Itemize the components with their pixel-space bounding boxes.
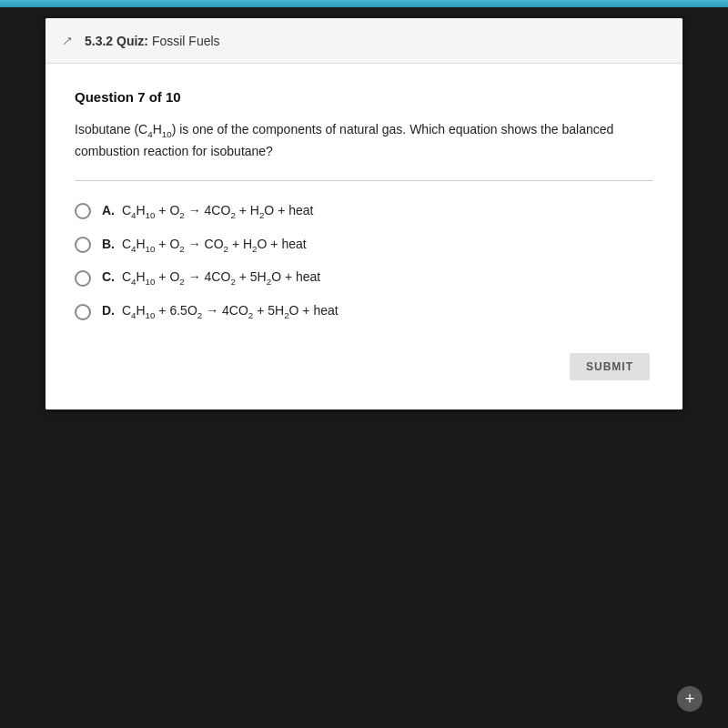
- quiz-title: 5.3.2 Quiz: Fossil Fuels: [85, 34, 220, 48]
- option-letter-d: D.: [102, 303, 115, 318]
- screen-wrapper: ↑ 5.3.2 Quiz: Fossil Fuels Question 7 of…: [0, 7, 728, 728]
- options-list: A. C4H10 + O2 → 4CO2 + H2O + heat B. C4H…: [75, 203, 653, 320]
- option-label-d[interactable]: D. C4H10 + 6.5O2 → 4CO2 + 5H2O + heat: [102, 303, 339, 320]
- plus-button[interactable]: +: [677, 686, 703, 712]
- list-item[interactable]: B. C4H10 + O2 → CO2 + H2O + heat: [75, 237, 653, 254]
- option-radio-a[interactable]: [75, 203, 91, 219]
- back-icon[interactable]: ↑: [58, 31, 77, 50]
- list-item[interactable]: A. C4H10 + O2 → 4CO2 + H2O + heat: [75, 203, 653, 220]
- quiz-number: 5.3.2: [85, 34, 116, 48]
- divider: [75, 180, 653, 181]
- list-item[interactable]: D. C4H10 + 6.5O2 → 4CO2 + 5H2O + heat: [75, 303, 653, 320]
- top-bar: [0, 0, 728, 7]
- option-label-c[interactable]: C. C4H10 + O2 → 4CO2 + 5H2O + heat: [102, 269, 320, 287]
- quiz-subject: Fossil Fuels: [148, 34, 220, 48]
- option-radio-d[interactable]: [75, 304, 91, 320]
- quiz-label: Quiz:: [116, 34, 148, 48]
- option-label-b[interactable]: B. C4H10 + O2 → CO2 + H2O + heat: [102, 237, 307, 254]
- quiz-card: ↑ 5.3.2 Quiz: Fossil Fuels Question 7 of…: [46, 18, 682, 410]
- submit-button[interactable]: SUBMIT: [570, 353, 650, 380]
- quiz-body: Question 7 of 10 Isobutane (C4H10) is on…: [46, 64, 682, 410]
- option-letter-a: A.: [102, 203, 115, 217]
- question-text: Isobutane (C4H10) is one of the componen…: [75, 119, 653, 162]
- quiz-header: ↑ 5.3.2 Quiz: Fossil Fuels: [46, 18, 682, 64]
- option-label-a[interactable]: A. C4H10 + O2 → 4CO2 + H2O + heat: [102, 203, 313, 220]
- option-radio-c[interactable]: [75, 270, 91, 287]
- question-label: Question 7 of 10: [75, 89, 653, 105]
- option-letter-b: B.: [102, 237, 115, 251]
- list-item[interactable]: C. C4H10 + O2 → 4CO2 + 5H2O + heat: [75, 269, 653, 287]
- submit-row: SUBMIT: [75, 353, 653, 380]
- option-radio-b[interactable]: [75, 237, 91, 253]
- option-letter-c: C.: [102, 269, 115, 284]
